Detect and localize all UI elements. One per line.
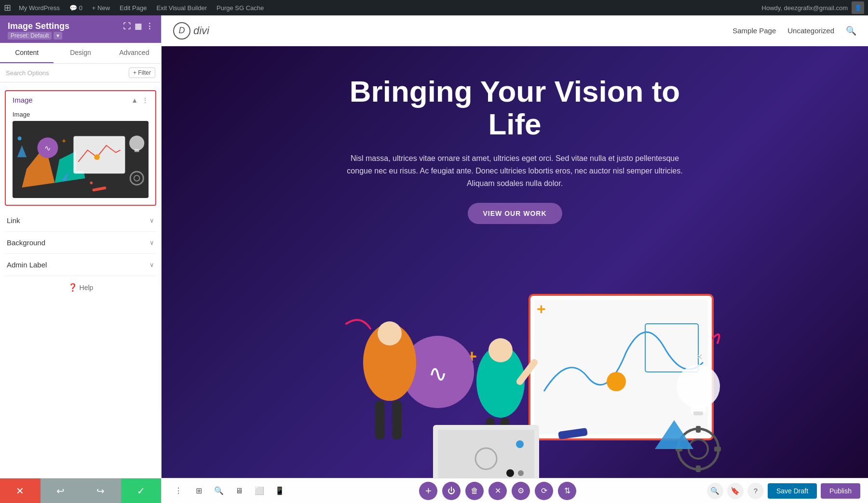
divi-nav-right: Sample Page Uncategorized 🔍 [732, 26, 856, 36]
toolbar-close-button[interactable]: ✕ [488, 482, 507, 500]
svg-rect-47 [714, 447, 721, 451]
admin-label-chevron-icon: ∨ [149, 261, 154, 268]
svg-rect-45 [696, 465, 701, 472]
admin-label-accordion: Admin Label ∨ [5, 254, 156, 276]
toolbar-right-bookmark-icon[interactable]: 🔖 [727, 483, 744, 499]
svg-point-20 [607, 372, 626, 391]
admin-bar-howdy: Howdy, deezgrafix@gmail.com [762, 4, 848, 12]
admin-bar-comments[interactable]: 💬 0 [66, 4, 86, 12]
hero-section: Bringing Your Vision to Life Nisl massa,… [162, 46, 868, 478]
toolbar-right: 🔍 🔖 ? Save Draft Publish [707, 483, 860, 499]
toolbar-sort-button[interactable]: ⇅ [558, 482, 576, 500]
hero-title: Bringing Your Vision to Life [332, 75, 698, 141]
panel-tabs: Content Design Advanced [0, 43, 161, 64]
svg-point-50 [516, 440, 524, 448]
left-panel: Image Settings ⛶ ▦ ⋮ Preset: Default ▾ C… [0, 15, 162, 503]
panel-fullscreen-icon[interactable]: ⛶ [123, 22, 131, 31]
svg-rect-28 [375, 401, 385, 439]
toolbar-search-button[interactable]: 🔍 [210, 482, 228, 500]
wp-admin-bar: ⊞ My WordPress 💬 0 + New Edit Page Exit … [0, 0, 868, 15]
admin-label-text: Admin Label [7, 261, 47, 269]
toolbar-grid-button[interactable]: ⊞ [190, 482, 208, 500]
tab-advanced[interactable]: Advanced [108, 43, 161, 63]
toolbar-right-help-icon[interactable]: ? [747, 483, 764, 499]
hero-body: Nisl massa, ultrices vitae ornare sit am… [346, 152, 684, 189]
tab-design[interactable]: Design [54, 43, 107, 63]
panel-header: Image Settings ⛶ ▦ ⋮ Preset: Default ▾ [0, 15, 161, 43]
hero-text-area: Bringing Your Vision to Life Nisl massa,… [322, 46, 708, 234]
toolbar-desktop-button[interactable]: 🖥 [230, 482, 248, 500]
wp-logo-icon[interactable]: ⊞ [4, 2, 11, 13]
image-preview-illustration: ∿ + [13, 121, 149, 198]
panel-more-icon[interactable]: ⋮ [146, 22, 153, 31]
hero-svg: ✕ + ∿ [298, 266, 732, 478]
divi-logo-text: divi [193, 25, 209, 37]
divi-nav: D divi Sample Page Uncategorized 🔍 [162, 15, 868, 46]
help-link[interactable]: ❓ Help [7, 283, 154, 292]
image-section-more-icon[interactable]: ⋮ [142, 96, 149, 104]
background-chevron-icon: ∨ [149, 239, 154, 246]
nav-sample-page[interactable]: Sample Page [732, 26, 776, 35]
panel-layout-icon[interactable]: ▦ [135, 22, 142, 31]
link-accordion-header[interactable]: Link ∨ [5, 210, 156, 231]
panel-title-row: Image Settings ⛶ ▦ ⋮ [8, 21, 153, 31]
divi-nav-search-icon[interactable]: 🔍 [846, 26, 856, 36]
background-accordion-header[interactable]: Background ∨ [5, 232, 156, 253]
svg-text:✕: ✕ [696, 352, 703, 362]
admin-bar-right: Howdy, deezgrafix@gmail.com 👤 [762, 1, 864, 14]
svg-rect-9 [135, 149, 139, 152]
cancel-button[interactable]: ✕ [0, 478, 41, 503]
image-preview[interactable]: ∿ + [13, 121, 149, 198]
redo-button[interactable]: ↪ [81, 478, 121, 503]
filter-button[interactable]: + Filter [129, 67, 155, 78]
image-field-label: Image [13, 111, 149, 118]
publish-button[interactable]: Publish [821, 483, 860, 499]
toolbar-right-search-icon[interactable]: 🔍 [707, 483, 723, 499]
search-input[interactable] [6, 69, 125, 77]
admin-bar-purge-cache[interactable]: Purge SG Cache [213, 4, 268, 12]
image-section-chevron-up-icon[interactable]: ▲ [131, 96, 138, 104]
svg-rect-44 [696, 426, 701, 433]
svg-point-52 [506, 469, 514, 477]
svg-point-8 [129, 135, 144, 150]
admin-bar-exit-visual-builder[interactable]: Exit Visual Builder [152, 4, 211, 12]
toolbar-power-button[interactable]: ⏻ [442, 482, 461, 500]
image-section-controls: ▲ ⋮ [131, 96, 149, 104]
toolbar-history-button[interactable]: ⟳ [535, 482, 553, 500]
panel-title-icons: ⛶ ▦ ⋮ [123, 22, 153, 31]
toolbar-tablet-button[interactable]: ⬜ [250, 482, 269, 500]
toolbar-add-button[interactable]: + [419, 482, 437, 500]
image-section-body: Image [6, 109, 155, 205]
panel-bottom-bar: ✕ ↩ ↪ ✓ [0, 478, 161, 503]
admin-label-accordion-header[interactable]: Admin Label ∨ [5, 254, 156, 276]
nav-uncategorized[interactable]: Uncategorized [787, 26, 834, 35]
svg-rect-29 [392, 401, 402, 439]
toolbar-settings-button[interactable]: ⚙ [512, 482, 530, 500]
help-text: Help [80, 284, 94, 291]
hero-illustration: ✕ + ∿ [298, 266, 732, 478]
toolbar-more-button[interactable]: ⋮ [169, 482, 188, 500]
confirm-button[interactable]: ✓ [121, 478, 162, 503]
admin-bar-edit-page[interactable]: Edit Page [116, 4, 150, 12]
image-section-header[interactable]: Image ▲ ⋮ [6, 91, 155, 109]
admin-bar-user-avatar[interactable]: 👤 [852, 1, 864, 14]
panel-help: ❓ Help [0, 276, 161, 299]
undo-button[interactable]: ↩ [41, 478, 81, 503]
svg-text:∿: ∿ [428, 361, 448, 386]
main-layout: Image Settings ⛶ ▦ ⋮ Preset: Default ▾ C… [0, 15, 868, 503]
hero-cta-button[interactable]: VIEW OUR WORK [468, 203, 562, 224]
image-section-title: Image [13, 96, 33, 104]
toolbar-left: ⋮ ⊞ 🔍 🖥 ⬜ 📱 [169, 482, 289, 500]
help-circle-icon: ❓ [68, 283, 78, 292]
tab-content[interactable]: Content [0, 43, 54, 63]
link-accordion: Link ∨ [5, 210, 156, 232]
admin-bar-site-name[interactable]: My WordPress [15, 4, 64, 12]
panel-preset[interactable]: Preset: Default ▾ [8, 32, 153, 39]
save-draft-button[interactable]: Save Draft [768, 483, 817, 499]
svg-text:+: + [537, 300, 546, 318]
toolbar-trash-button[interactable]: 🗑 [465, 482, 484, 500]
preview-area: D divi Sample Page Uncategorized 🔍 Bring… [162, 15, 868, 503]
bottom-toolbar: ⋮ ⊞ 🔍 🖥 ⬜ 📱 + ⏻ 🗑 ✕ ⚙ ⟳ ⇅ 🔍 🔖 ? Save D [162, 478, 868, 503]
admin-bar-new[interactable]: + New [88, 4, 114, 12]
toolbar-mobile-button[interactable]: 📱 [271, 482, 289, 500]
